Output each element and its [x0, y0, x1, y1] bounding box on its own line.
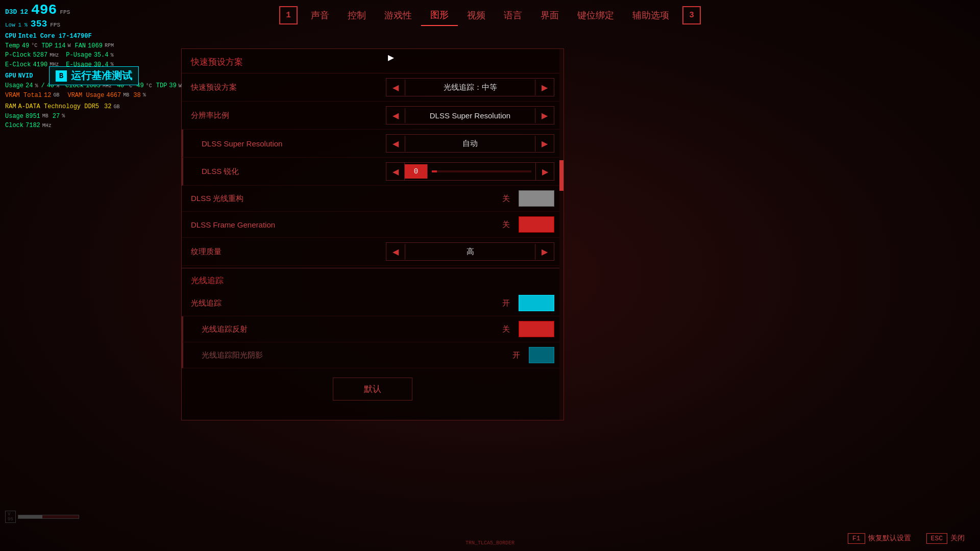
ram-stats-row: Usage 8951 MB 27 %: [5, 112, 158, 121]
rt-shadow-label: 光线追踪阳光阴影: [202, 350, 263, 360]
rt-shadow-row: 光线追踪阳光阴影 开: [182, 342, 564, 368]
cpu-label: CPU: [5, 32, 16, 41]
quick-preset-selector[interactable]: ◀ 光线追踪：中等 ▶: [386, 78, 554, 96]
cpu-value: Intel Core i7-14790F: [18, 32, 92, 41]
nav-item-language[interactable]: 语言: [495, 5, 531, 26]
dlss-sharp-value: 0: [405, 164, 428, 179]
version-bar-graph: [18, 515, 79, 519]
ram-value: A-DATA Technology DDR5: [18, 102, 99, 112]
ram-clock-label: Clock: [5, 121, 23, 131]
rt-label: 光线追踪: [191, 298, 222, 308]
tdp-unit: W: [67, 42, 70, 50]
nav-item-accessibility[interactable]: 辅助选项: [623, 5, 678, 26]
default-button[interactable]: 默认: [333, 378, 412, 400]
texture-quality-selector[interactable]: ◀ 高 ▶: [386, 242, 554, 261]
vram-usage-unit: MB: [123, 91, 129, 99]
resolution-ratio-prev[interactable]: ◀: [386, 107, 405, 124]
rt-toggle[interactable]: 开: [502, 295, 554, 311]
cpu-stats-row: Temp 49 °C TDP 114 W FAN 1069 RPM: [5, 41, 158, 51]
resolution-ratio-selector[interactable]: ◀ DLSS Super Resolution ▶: [386, 106, 554, 124]
dlss-recon-label: DLSS 光线重构: [191, 194, 243, 204]
p-clock-row: P-Clock 5287 MHz P-Usage 35.4 %: [5, 51, 158, 60]
quick-preset-prev[interactable]: ◀: [386, 79, 405, 96]
v-label: V: [8, 512, 10, 517]
vram-pct-sign: %: [143, 91, 146, 99]
rt-toggle-box[interactable]: [519, 295, 554, 311]
nav-item-sound[interactable]: 声音: [302, 5, 338, 26]
dlss-sr-row: DLSS Super Resolution ◀ 自动 ▶: [182, 130, 564, 158]
rt-reflection-toggle-box[interactable]: [519, 321, 554, 337]
dlss-sharp-row: DLSS 锐化 ◀ 0 ▶: [182, 158, 564, 186]
resolution-ratio-next[interactable]: ▶: [535, 107, 554, 124]
gpu-usage-slash: /: [41, 81, 44, 91]
section-divider: [182, 268, 564, 268]
close-key: ESC: [926, 533, 947, 544]
nav-item-control[interactable]: 控制: [338, 5, 375, 26]
nav-item-keybindings[interactable]: 键位绑定: [568, 5, 623, 26]
dlss-fg-toggle[interactable]: 关: [502, 216, 554, 233]
quick-preset-value: 光线追踪：中等: [405, 80, 535, 95]
ram-unit: GB: [113, 103, 119, 111]
dlss-sharp-slider[interactable]: ◀ 0 ▶: [386, 162, 554, 181]
nav-item-graphics[interactable]: 图形: [421, 5, 458, 26]
vram-total-label: VRAM Total: [5, 91, 42, 101]
nav-item-gameplay[interactable]: 游戏性: [375, 5, 421, 26]
nav-item-video[interactable]: 视频: [458, 5, 495, 26]
dlss-sharp-next[interactable]: ▶: [535, 163, 554, 180]
scrollbar-thumb[interactable]: [559, 160, 564, 191]
restore-key: F1: [848, 533, 865, 544]
texture-quality-prev[interactable]: ◀: [386, 243, 405, 260]
dlss-recon-toggle[interactable]: 关: [502, 190, 554, 207]
ram-label: RAM: [5, 102, 16, 112]
nav-item-interface[interactable]: 界面: [531, 5, 568, 26]
benchmark-b-icon: B: [56, 70, 67, 82]
ram-size: 32: [104, 102, 111, 112]
rt-shadow-toggle-box[interactable]: [529, 347, 554, 363]
p-usage-val: 35.4: [94, 51, 109, 60]
gpu-usage-val: 24: [26, 81, 33, 91]
cursor: ▶: [388, 51, 394, 64]
vram-usage-val: 4667: [106, 91, 121, 101]
p-clock-label: P-Clock: [5, 51, 31, 60]
vram-row: VRAM Total 12 GB VRAM Usage 4667 MB 38 %: [5, 91, 158, 101]
dlss-sharp-track[interactable]: [432, 170, 531, 172]
ram-usage-label: Usage: [5, 112, 23, 121]
dlss-sharp-label: DLSS 锐化: [202, 167, 239, 177]
ram-usage-pct: 27: [53, 112, 60, 121]
settings-panel: 快速预设方案 快速预设方案 ◀ 光线追踪：中等 ▶ 分辨率比例 ◀ DLSS S…: [181, 48, 564, 420]
dlss-recon-toggle-box[interactable]: [519, 190, 554, 207]
texture-quality-next[interactable]: ▶: [535, 243, 554, 260]
temp-unit: °C: [31, 42, 37, 50]
top-nav: 1 声音 控制 游戏性 图形 视频 语言 界面 键位绑定 辅助选项 3: [0, 0, 980, 31]
gpu-value: NVID: [18, 71, 33, 81]
vram-pct: 38: [133, 91, 140, 101]
benchmark-badge[interactable]: B 运行基准测试: [49, 66, 139, 85]
default-btn-container: 默认: [182, 368, 564, 410]
dlss-sharp-prev[interactable]: ◀: [386, 163, 405, 180]
ram-pct-sign: %: [62, 112, 65, 120]
resolution-ratio-value: DLSS Super Resolution: [405, 108, 535, 123]
rt-section-header: 光线追踪: [182, 270, 564, 290]
dlss-sr-selector[interactable]: ◀ 自动 ▶: [386, 134, 554, 153]
dlss-sr-next[interactable]: ▶: [535, 135, 554, 152]
cpu-row: CPU Intel Core i7-14790F: [5, 32, 158, 41]
vram-total-val: 12: [44, 91, 51, 101]
nav-badge-left: 1: [279, 6, 298, 24]
quick-preset-next[interactable]: ▶: [535, 79, 554, 96]
restore-action[interactable]: F1 恢复默认设置: [848, 533, 911, 544]
rt-reflection-toggle[interactable]: 关: [502, 321, 554, 337]
gpu-usage-label: Usage: [5, 81, 23, 91]
benchmark-label: 运行基准测试: [71, 69, 132, 83]
rt-reflection-row: 光线追踪反射 关: [182, 316, 564, 342]
scrollbar[interactable]: [559, 49, 564, 420]
dlss-sr-prev[interactable]: ◀: [386, 135, 405, 152]
e-clock-val: 4190: [33, 60, 47, 70]
texture-quality-value: 高: [405, 244, 535, 260]
dlss-fg-toggle-box[interactable]: [519, 216, 554, 233]
rt-shadow-toggle[interactable]: 开: [512, 347, 554, 363]
temp-label: Temp: [5, 41, 20, 51]
texture-quality-label: 纹理质量: [191, 247, 222, 257]
rt-reflection-label: 光线追踪反射: [202, 324, 248, 334]
close-action[interactable]: ESC 关闭: [926, 533, 965, 544]
ram-usage-unit: MB: [42, 112, 48, 120]
